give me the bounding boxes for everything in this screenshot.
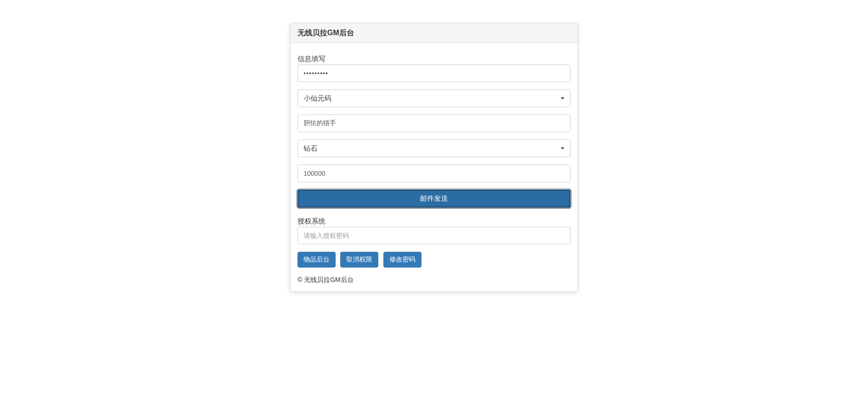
auth-password-input[interactable]: [298, 227, 570, 244]
panel-header: 无线贝拉GM后台: [291, 24, 577, 43]
send-mail-button[interactable]: 邮件发送: [298, 190, 570, 208]
caret-down-icon: [561, 97, 564, 99]
button-group: 物品后台 取消权限 修改密码: [298, 252, 570, 268]
item-admin-button[interactable]: 物品后台: [298, 252, 336, 268]
footer-text: © 无线贝拉GM后台: [298, 276, 570, 284]
item-dropdown-toggle[interactable]: 钻石: [298, 140, 570, 157]
cancel-auth-button[interactable]: 取消权限: [340, 252, 378, 268]
character-input[interactable]: [298, 115, 570, 132]
caret-down-icon: [561, 147, 564, 149]
item-dropdown[interactable]: 钻石: [298, 140, 570, 157]
server-dropdown-toggle[interactable]: 小仙元码: [298, 89, 570, 107]
form-section-label: 信息填写: [298, 55, 570, 64]
server-select-value: 小仙元码: [304, 94, 331, 103]
item-select-value: 钻石: [304, 144, 317, 153]
panel-title: 无线贝拉GM后台: [298, 28, 570, 38]
amount-input[interactable]: [298, 165, 570, 182]
server-dropdown[interactable]: 小仙元码: [298, 89, 570, 107]
panel-body: 信息填写 小仙元码 钻石 邮件发送 授权系统 物品后台 取消权限 修改密码 © …: [291, 43, 577, 291]
password-input[interactable]: [298, 64, 570, 82]
change-password-button[interactable]: 修改密码: [383, 252, 421, 268]
main-panel: 无线贝拉GM后台 信息填写 小仙元码 钻石 邮件发送 授权系统 物品后台 取消权…: [290, 23, 578, 292]
auth-section-label: 授权系统: [298, 217, 570, 226]
